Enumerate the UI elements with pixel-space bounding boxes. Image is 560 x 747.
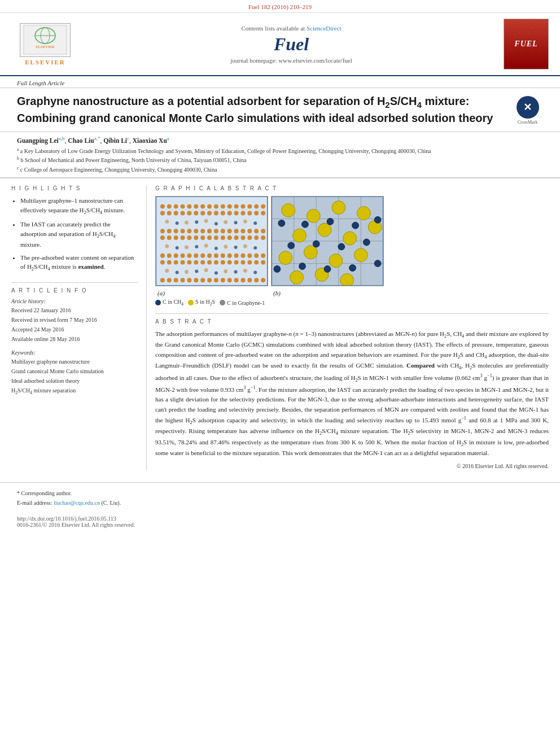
svg-point-22 (160, 211, 165, 216)
date-accepted: Accepted 24 May 2016 (11, 325, 138, 334)
legend-label-graphyne: C in Graphyne-1 (227, 300, 265, 306)
svg-point-136 (187, 278, 191, 282)
svg-point-41 (224, 220, 228, 224)
highlight-item-2: The IAST can accurately predict the adso… (20, 220, 138, 250)
svg-point-185 (374, 260, 381, 267)
svg-point-71 (207, 235, 212, 240)
svg-point-180 (363, 239, 370, 246)
right-column: G R A P H I C A L A B S T R A C T (147, 185, 560, 471)
svg-point-12 (200, 204, 205, 209)
svg-point-159 (332, 201, 345, 215)
svg-point-183 (324, 266, 331, 273)
elsevier-art: ELSEVIER (20, 23, 71, 57)
svg-point-32 (228, 211, 232, 216)
svg-point-97 (207, 254, 212, 258)
svg-point-38 (165, 220, 169, 224)
svg-point-26 (187, 211, 191, 216)
svg-point-124 (204, 268, 208, 272)
highlights-heading: H I G H L I G H T S (11, 185, 138, 191)
svg-point-44 (195, 220, 198, 224)
svg-point-14 (214, 204, 218, 209)
citation-bar: Fuel 182 (2016) 210–219 (0, 0, 560, 13)
svg-point-61 (247, 229, 252, 233)
svg-point-56 (214, 229, 218, 233)
svg-point-37 (261, 211, 265, 216)
svg-point-25 (181, 211, 185, 216)
svg-point-17 (234, 204, 239, 209)
svg-point-52 (187, 229, 191, 233)
svg-point-72 (214, 235, 218, 240)
svg-point-91 (167, 254, 172, 258)
svg-point-43 (176, 221, 179, 225)
svg-point-70 (200, 235, 205, 240)
citation-text: Fuel 182 (2016) 210–219 (248, 3, 312, 10)
svg-point-182 (299, 263, 306, 270)
graphical-labels: (a) (b) (155, 290, 549, 296)
issn-line: 0016-2361/© 2016 Elsevier Ltd. All right… (17, 522, 543, 528)
svg-point-48 (160, 229, 165, 233)
svg-point-133 (167, 278, 172, 282)
affiliations: a a Key Laboratory of Low Grade Energy U… (17, 146, 543, 174)
crossmark-label: CrossMark (518, 120, 538, 125)
abstract-divider (155, 313, 549, 314)
svg-point-157 (282, 204, 295, 217)
svg-point-172 (278, 220, 285, 226)
author-chao: Chao Liu (68, 137, 94, 144)
svg-point-11 (194, 204, 198, 209)
doi-link[interactable]: http://dx.doi.org/10.1016/j.fuel.2016.05… (17, 516, 116, 522)
svg-point-50 (174, 229, 178, 233)
svg-point-18 (240, 204, 245, 209)
main-content: H I G H L I G H T S Multilayer graphyne–… (0, 178, 560, 471)
svg-point-78 (254, 235, 259, 240)
legend-dot-graphyne (220, 300, 225, 305)
svg-point-77 (247, 235, 252, 240)
svg-point-15 (221, 204, 225, 209)
svg-point-20 (254, 204, 259, 209)
highlights-section: H I G H L I G H T S Multilayer graphyne–… (11, 185, 138, 273)
svg-point-89 (253, 246, 257, 250)
footer-bottom: http://dx.doi.org/10.1016/j.fuel.2016.05… (0, 513, 560, 532)
svg-text:ELSEVIER: ELSEVIER (36, 45, 54, 49)
journal-header: ELSEVIER ELSEVIER Contents lists availab… (0, 13, 560, 76)
svg-point-90 (160, 254, 165, 258)
svg-point-58 (228, 229, 232, 233)
svg-point-132 (160, 278, 165, 282)
abstract-images (155, 196, 549, 286)
svg-point-114 (214, 260, 218, 265)
svg-point-126 (243, 269, 247, 273)
date-revised: Received in revised form 7 May 2016 (11, 315, 138, 325)
sciencedirect-link[interactable]: ScienceDirect (307, 25, 342, 32)
article-info-heading: A R T I C L E I N F O (11, 287, 138, 294)
svg-point-67 (181, 235, 185, 240)
author-qibin: Qibin Li (103, 137, 127, 144)
svg-point-39 (185, 221, 189, 225)
label-a: (a) (155, 290, 268, 296)
svg-point-121 (261, 260, 265, 265)
svg-point-23 (167, 211, 172, 216)
svg-point-33 (234, 211, 239, 216)
article-title-section: Graphyne nanostructure as a potential ad… (0, 88, 560, 132)
svg-point-66 (174, 235, 178, 240)
svg-point-29 (207, 211, 212, 216)
svg-point-184 (349, 265, 356, 272)
homepage-url: journal homepage: www.elsevier.com/locat… (79, 57, 504, 64)
svg-point-28 (200, 211, 205, 216)
svg-point-169 (290, 271, 304, 285)
svg-point-162 (318, 223, 331, 237)
svg-point-174 (327, 218, 334, 225)
svg-point-113 (207, 260, 212, 265)
svg-point-51 (181, 229, 185, 233)
svg-point-76 (240, 235, 245, 240)
svg-point-129 (215, 272, 218, 275)
article-type: Full Length Article (0, 76, 560, 88)
svg-point-122 (165, 269, 169, 273)
email-link[interactable]: liuchao@cqu.edu.cn (54, 500, 100, 506)
svg-point-7 (167, 204, 172, 209)
svg-point-142 (228, 278, 232, 282)
svg-point-21 (261, 204, 265, 209)
svg-point-116 (228, 260, 232, 265)
svg-point-145 (247, 278, 252, 282)
highlights-list: Multilayer graphyne–1 nanostructure can … (11, 196, 138, 273)
svg-point-141 (221, 278, 225, 282)
svg-point-181 (274, 266, 281, 273)
